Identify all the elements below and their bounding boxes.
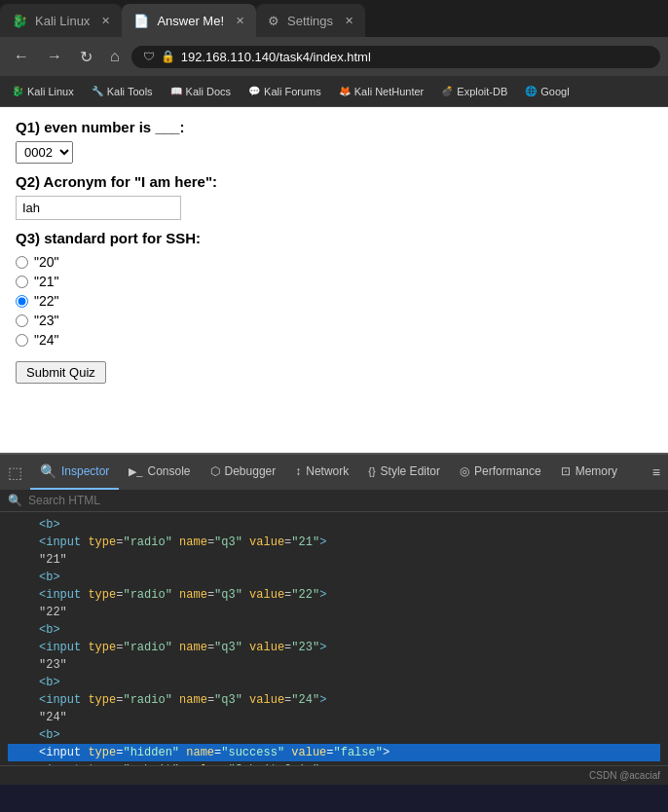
answer-tab-close[interactable]: ✕: [236, 15, 244, 27]
kali-docs-bm-icon: 📖: [170, 86, 182, 96]
nethunter-bm-icon: 🦊: [339, 86, 351, 96]
html-line-3: "21": [8, 551, 660, 569]
tab-network[interactable]: ↕ Network: [285, 455, 358, 490]
nav-bar: ← → ↻ ⌂ 🛡 🔒: [0, 37, 668, 76]
tab-style-editor[interactable]: {} Style Editor: [358, 455, 450, 490]
kali-tab-label: Kali Linux: [35, 14, 90, 28]
inspector-tab-label: Inspector: [61, 464, 109, 478]
tab-console[interactable]: ▶_ Console: [119, 455, 200, 490]
html-line-7: <b>: [8, 621, 660, 639]
settings-favicon: ⚙: [268, 14, 279, 28]
q3-radio-20[interactable]: [16, 256, 28, 269]
html-line-1: <b>: [8, 516, 660, 534]
address-input[interactable]: [181, 50, 649, 64]
tab-memory[interactable]: ⊡ Memory: [551, 455, 627, 490]
html-line-10: <b>: [8, 674, 660, 691]
console-icon: ▶_: [129, 465, 142, 478]
shield-icon: 🛡: [143, 50, 155, 63]
html-line-6: "22": [8, 604, 660, 621]
tab-settings[interactable]: ⚙ Settings ✕: [256, 4, 365, 37]
status-bar: CSDN @acaciaf: [0, 765, 668, 785]
q3-radio-22[interactable]: [16, 295, 28, 308]
performance-tab-label: Performance: [474, 464, 541, 478]
q3-option-23-label: "23": [34, 313, 59, 328]
answer-tab-label: Answer Me!: [157, 14, 224, 28]
google-bm-label: Googl: [540, 86, 569, 97]
performance-icon: ◎: [460, 464, 469, 478]
bookmark-kali-tools[interactable]: 🔧 Kali Tools: [84, 84, 161, 99]
kali-linux-bm-icon: 🐉: [12, 86, 23, 96]
forward-button[interactable]: →: [41, 44, 68, 69]
q3-option-22-label: "22": [34, 293, 59, 309]
devtools-panel: ⬚ 🔍 Inspector ▶_ Console ⬡ Debugger ↕ Ne…: [0, 453, 668, 785]
debugger-icon: ⬡: [210, 464, 220, 478]
q3-radio-21[interactable]: [16, 276, 28, 288]
q3-radio-24[interactable]: [16, 334, 28, 347]
kali-docs-bm-label: Kali Docs: [186, 86, 231, 97]
lock-icon: 🔒: [161, 50, 175, 63]
kali-forums-bm-label: Kali Forums: [264, 86, 321, 97]
html-line-9: "23": [8, 656, 660, 674]
kali-tools-bm-icon: 🔧: [92, 86, 103, 96]
tab-bar: 🐉 Kali Linux ✕ 📄 Answer Me! ✕ ⚙ Settings…: [0, 0, 668, 37]
more-tools-button[interactable]: ≡: [645, 455, 668, 490]
tab-performance[interactable]: ◎ Performance: [450, 455, 551, 490]
tab-answer[interactable]: 📄 Answer Me! ✕: [122, 4, 256, 37]
q3-radio-23[interactable]: [16, 314, 28, 327]
settings-tab-close[interactable]: ✕: [345, 15, 353, 27]
q1-label: Q1) even number is ___:: [16, 119, 652, 135]
style-icon: {}: [368, 465, 375, 477]
browser-chrome: 🐉 Kali Linux ✕ 📄 Answer Me! ✕ ⚙ Settings…: [0, 0, 668, 107]
q2-input[interactable]: [16, 196, 181, 220]
console-tab-label: Console: [147, 464, 190, 478]
kali-linux-bm-label: Kali Linux: [27, 86, 74, 97]
html-line-8: <input type="radio" name="q3" value="23"…: [8, 639, 660, 656]
tab-kali[interactable]: 🐉 Kali Linux ✕: [0, 4, 122, 37]
devtools-toolbar: ⬚ 🔍 Inspector ▶_ Console ⬡ Debugger ↕ Ne…: [0, 455, 668, 490]
tab-inspector[interactable]: 🔍 Inspector: [30, 455, 119, 490]
bookmark-kali-forums[interactable]: 💬 Kali Forums: [241, 84, 329, 99]
network-tab-label: Network: [306, 464, 349, 478]
exploitdb-bm-icon: 💣: [441, 86, 453, 96]
q3-option-21[interactable]: "21": [16, 274, 652, 289]
home-button[interactable]: ⌂: [104, 44, 126, 69]
kali-favicon: 🐉: [12, 14, 27, 28]
settings-tab-label: Settings: [287, 14, 333, 28]
kali-tab-close[interactable]: ✕: [101, 15, 110, 27]
search-html-input[interactable]: [28, 494, 223, 507]
google-bm-icon: 🌐: [525, 86, 537, 96]
bookmarks-bar: 🐉 Kali Linux 🔧 Kali Tools 📖 Kali Docs 💬 …: [0, 76, 668, 107]
q3-label: Q3) standard port for SSH:: [16, 230, 652, 246]
q3-option-24[interactable]: "24": [16, 332, 652, 348]
network-icon: ↕: [295, 464, 301, 478]
html-view: <b> <input type="radio" name="q3" value=…: [0, 512, 668, 765]
q1-select[interactable]: 0002 0003 0005 0007: [16, 141, 73, 164]
q3-option-20[interactable]: "20": [16, 254, 652, 270]
bookmark-kali-linux[interactable]: 🐉 Kali Linux: [4, 84, 82, 99]
element-picker-button[interactable]: ⬚: [0, 455, 30, 490]
submit-quiz-button[interactable]: Submit Quiz: [16, 361, 106, 384]
bookmark-google[interactable]: 🌐 Googl: [517, 84, 576, 99]
html-line-5: <input type="radio" name="q3" value="22"…: [8, 586, 660, 604]
bookmark-kali-docs[interactable]: 📖 Kali Docs: [163, 84, 239, 99]
bookmark-exploitdb[interactable]: 💣 Exploit-DB: [433, 84, 515, 99]
style-tab-label: Style Editor: [381, 464, 440, 478]
kali-tools-bm-label: Kali Tools: [107, 86, 153, 97]
inspector-icon: 🔍: [40, 463, 56, 479]
answer-favicon: 📄: [133, 14, 149, 28]
exploitdb-bm-label: Exploit-DB: [457, 86, 507, 97]
q3-option-22[interactable]: "22": [16, 293, 652, 309]
q3-option-23[interactable]: "23": [16, 313, 652, 328]
tab-debugger[interactable]: ⬡ Debugger: [201, 455, 286, 490]
html-line-14-selected[interactable]: <input type="hidden" name="success" valu…: [8, 744, 660, 761]
refresh-button[interactable]: ↻: [74, 44, 98, 70]
html-line-2: <input type="radio" name="q3" value="21"…: [8, 534, 660, 551]
address-bar-container[interactable]: 🛡 🔒: [131, 46, 660, 68]
search-icon: 🔍: [8, 494, 22, 507]
q2-label: Q2) Acronym for "I am here":: [16, 173, 652, 190]
back-button[interactable]: ←: [8, 44, 35, 69]
html-line-4: <b>: [8, 569, 660, 586]
bookmark-nethunter[interactable]: 🦊 Kali NetHunter: [331, 84, 432, 99]
status-text: CSDN @acaciaf: [589, 770, 660, 781]
memory-tab-label: Memory: [575, 464, 617, 478]
